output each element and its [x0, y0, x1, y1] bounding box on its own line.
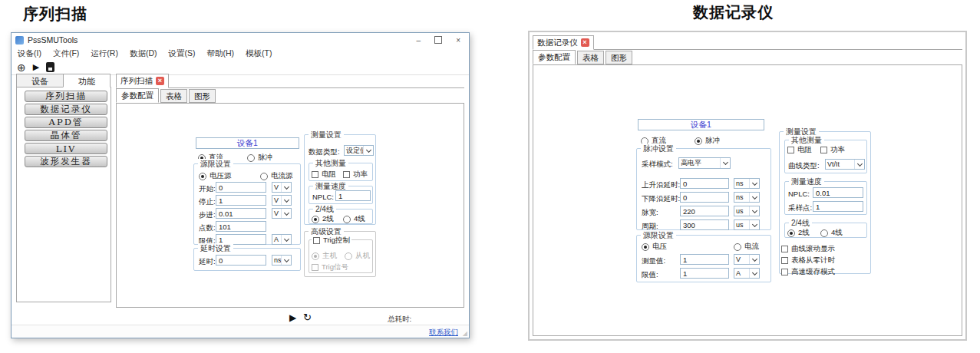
chevron-down-icon: [749, 193, 759, 202]
device-header[interactable]: 设备1: [196, 137, 299, 149]
curve-type-combo[interactable]: Vt/It: [825, 159, 865, 170]
measure-value-unit-combo[interactable]: V: [734, 254, 760, 265]
sample-mode-combo[interactable]: 高电平: [678, 157, 731, 169]
tab-graph[interactable]: 图形: [605, 51, 632, 64]
doc-tab-sequence-scan[interactable]: 序列扫描 ×: [116, 74, 169, 88]
tab-table[interactable]: 表格: [577, 51, 604, 64]
two-wire-radio[interactable]: [312, 216, 319, 223]
loop-icon[interactable]: ↻: [303, 312, 312, 323]
fall-delay-unit-combo[interactable]: ns: [734, 192, 760, 203]
data-type-combo[interactable]: 设定值: [344, 145, 374, 156]
source-limit-group: 源限设置 电压 电流 测量值: 1 V 限值: 1 A: [636, 235, 771, 282]
stop-input[interactable]: 1: [216, 195, 266, 206]
current-radio[interactable]: [734, 243, 741, 251]
four-wire-radio[interactable]: [820, 229, 828, 237]
sidebar-item-transistor[interactable]: 晶体管: [25, 130, 107, 141]
measure-value-input[interactable]: 1: [680, 254, 729, 265]
menu-file[interactable]: 文件(F): [53, 48, 79, 59]
tab-function[interactable]: 功能: [63, 74, 111, 87]
menu-template[interactable]: 模板(T): [246, 48, 272, 59]
voltage-radio[interactable]: [642, 243, 649, 251]
sidebar-item-apd[interactable]: APD管: [25, 117, 107, 128]
doc-tab-data-logger[interactable]: 数据记录仪 ×: [533, 35, 594, 50]
curve-scroll-checkbox[interactable]: [781, 246, 788, 252]
minimize-button[interactable]: –: [417, 36, 421, 45]
add-icon[interactable]: ⊕: [17, 62, 26, 73]
tab-device[interactable]: 设备: [16, 74, 64, 87]
limit-input[interactable]: 1: [680, 268, 729, 279]
step-unit-combo[interactable]: V: [272, 208, 292, 219]
power-checkbox[interactable]: [343, 171, 350, 178]
title-bar: PssSMUTools – ×: [12, 33, 469, 47]
rise-delay-unit-combo[interactable]: ns: [734, 178, 760, 189]
limit-unit-combo[interactable]: A: [272, 234, 292, 245]
pulse-radio[interactable]: [695, 137, 702, 145]
tab-table[interactable]: 表格: [160, 89, 187, 103]
limit-unit-combo[interactable]: A: [734, 268, 760, 279]
sidebar-item-waveform-generator[interactable]: 波形发生器: [25, 156, 107, 167]
tab-param-config[interactable]: 参数配置: [533, 50, 576, 64]
delay-unit-combo[interactable]: ns: [272, 255, 292, 266]
close-button[interactable]: ×: [456, 36, 460, 45]
points-input[interactable]: 101: [216, 221, 266, 232]
menu-run[interactable]: 运行(R): [91, 48, 118, 59]
tab-close-icon[interactable]: ×: [581, 38, 589, 47]
tab-close-icon[interactable]: ×: [156, 77, 164, 85]
period-input[interactable]: 300: [680, 219, 729, 230]
power-checkbox[interactable]: [820, 147, 827, 153]
chevron-down-icon: [749, 206, 759, 216]
sidebar-item-data-logger[interactable]: 数据记录仪: [25, 104, 107, 115]
resistance-checkbox[interactable]: [312, 171, 318, 178]
table-zero-time-checkbox[interactable]: [781, 257, 788, 264]
step-input[interactable]: 0.01: [216, 208, 266, 219]
contact-us-link[interactable]: 联系我们: [429, 328, 458, 338]
doc-tab-strip: 数据记录仪 ×: [533, 35, 962, 50]
device-header[interactable]: 设备1: [638, 119, 764, 130]
period-unit-combo[interactable]: us: [734, 219, 760, 230]
trig-signal-checkbox[interactable]: [312, 264, 318, 271]
menu-settings[interactable]: 设置(S): [169, 48, 196, 59]
maximize-button[interactable]: [434, 36, 442, 44]
delay-input[interactable]: 0: [216, 255, 266, 266]
nplc-input[interactable]: 1: [335, 190, 371, 201]
nplc-input[interactable]: 0.01: [813, 187, 863, 198]
pulse-width-unit-combo[interactable]: us: [734, 206, 760, 216]
fall-delay-input[interactable]: 0: [680, 192, 729, 203]
start-input[interactable]: 0: [216, 182, 266, 193]
run-icon[interactable]: ▶: [33, 62, 39, 72]
pulse-radio[interactable]: [247, 154, 255, 162]
resize-grip[interactable]: ◢: [463, 330, 467, 337]
chevron-down-icon: [363, 146, 373, 155]
chevron-down-icon: [749, 269, 759, 278]
master-radio[interactable]: [312, 252, 319, 260]
measure-settings-group: 测量设置 其他测量 电阻 功率 曲线类型: Vt/It 测量速度 NPLC: 0…: [779, 131, 871, 274]
chevron-down-icon: [854, 160, 864, 169]
stop-unit-combo[interactable]: V: [272, 195, 292, 206]
save-icon[interactable]: [46, 62, 54, 72]
chevron-down-icon: [749, 220, 759, 229]
pulse-width-input[interactable]: 220: [680, 206, 729, 216]
tab-param-config[interactable]: 参数配置: [116, 88, 159, 103]
two-wire-radio[interactable]: [787, 229, 795, 237]
tab-graph[interactable]: 图形: [189, 89, 216, 103]
sidebar-item-liv[interactable]: LIV: [25, 143, 107, 154]
slave-radio[interactable]: [345, 252, 352, 260]
start-unit-combo[interactable]: V: [272, 182, 292, 193]
current-source-radio[interactable]: [260, 173, 268, 180]
resistance-checkbox[interactable]: [787, 147, 794, 153]
menu-device[interactable]: 设备(I): [18, 48, 41, 59]
four-wire-radio[interactable]: [343, 216, 351, 223]
sample-points-input[interactable]: 1: [813, 201, 863, 212]
wire-group: 2/4线 2线 4线: [309, 209, 373, 224]
sidebar-item-sequence-scan[interactable]: 序列扫描: [25, 91, 107, 102]
menu-data[interactable]: 数据(D): [130, 48, 157, 59]
high-speed-cache-checkbox[interactable]: [781, 269, 788, 275]
trig-control-checkbox[interactable]: [313, 237, 320, 244]
advanced-settings-group: 高级设置 Trig控制 主机 从机 Trig信号: [304, 231, 376, 277]
rise-delay-input[interactable]: 0: [680, 178, 729, 189]
chevron-down-icon: [281, 183, 291, 192]
left-caption: 序列扫描: [23, 4, 87, 25]
run-play-icon[interactable]: ▶: [289, 312, 296, 323]
menu-help[interactable]: 帮助(H): [207, 48, 235, 59]
voltage-source-radio[interactable]: [199, 173, 206, 180]
